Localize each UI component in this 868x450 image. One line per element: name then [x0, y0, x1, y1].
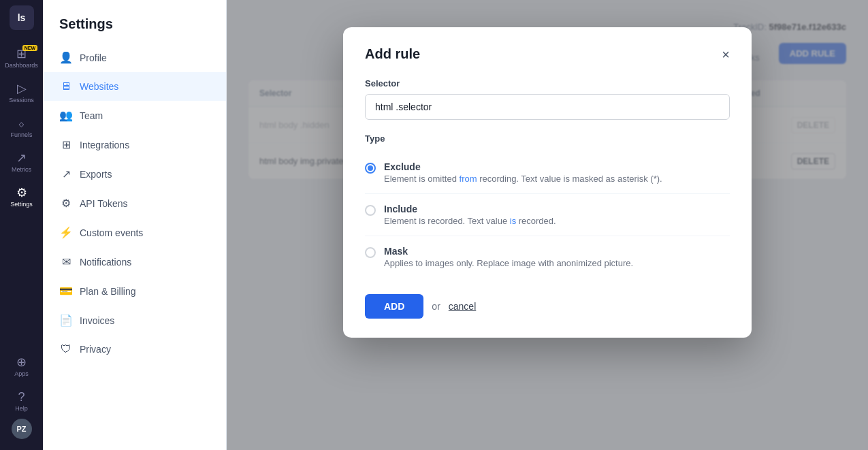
icon-rail: ls NEW ⊞ Dashboards ▷ Sessions ⬦ Funnels… [0, 0, 43, 450]
profile-label: Profile [80, 52, 107, 63]
funnels-label: Funnels [10, 131, 32, 138]
integrations-label: Integrations [80, 140, 129, 150]
sidebar-item-notifications[interactable]: ✉ Notifications [43, 247, 226, 276]
api-tokens-icon: ⚙ [59, 197, 73, 210]
invoices-label: Invoices [80, 315, 114, 326]
radio-include-content: Include Element is recorded. Text value … [384, 204, 556, 226]
or-text: or [432, 301, 440, 312]
plan-billing-icon: 💳 [59, 285, 73, 298]
radio-mask-desc: Applies to images only. Replace image wi… [384, 258, 633, 268]
sidebar-item-team[interactable]: 👥 Team [43, 101, 226, 130]
rail-item-help[interactable]: ? Help [0, 384, 43, 419]
sidebar-item-api-tokens[interactable]: ⚙ API Tokens [43, 189, 226, 218]
rail-item-settings[interactable]: ⚙ Settings [0, 180, 43, 214]
notifications-icon: ✉ [59, 255, 73, 268]
cancel-link[interactable]: cancel [449, 301, 476, 312]
sidebar-item-custom-events[interactable]: ⚡ Custom events [43, 218, 226, 247]
apps-label: Apps [14, 370, 29, 377]
metrics-icon: ↗ [16, 152, 27, 164]
modal-overlay: Add rule × Selector Type Exclude Element… [227, 0, 868, 450]
sidebar-title: Settings [43, 0, 226, 43]
user-avatar[interactable]: PZ [12, 419, 32, 439]
exports-icon: ↗ [59, 167, 73, 180]
help-label: Help [15, 405, 28, 412]
radio-include-label: Include [384, 204, 556, 214]
apps-icon: ⊕ [16, 356, 27, 368]
profile-icon: 👤 [59, 51, 73, 64]
sidebar-item-exports[interactable]: ↗ Exports [43, 159, 226, 189]
settings-sidebar: Settings 👤 Profile 🖥 Websites 👥 Team ⊞ I… [43, 0, 227, 450]
integrations-icon: ⊞ [59, 138, 73, 151]
main-content-area: TrackID: 5f98e71e.f12e633c ext values wi… [227, 0, 868, 450]
rail-item-sessions[interactable]: ▷ Sessions [0, 76, 43, 110]
radio-item-include[interactable]: Include Element is recorded. Text value … [365, 194, 730, 236]
websites-icon: 🖥 [59, 80, 73, 93]
modal-footer: ADD or cancel [365, 294, 730, 319]
sidebar-item-invoices[interactable]: 📄 Invoices [43, 306, 226, 335]
api-tokens-label: API Tokens [80, 198, 128, 209]
websites-label: Websites [80, 81, 118, 92]
custom-events-label: Custom events [80, 227, 143, 238]
custom-events-icon: ⚡ [59, 226, 73, 239]
radio-mask[interactable] [365, 247, 376, 258]
sessions-icon: ▷ [17, 82, 27, 95]
app-logo[interactable]: ls [10, 5, 34, 30]
new-badge: NEW [22, 45, 37, 51]
type-radio-group: Exclude Element is omitted from recordin… [365, 152, 730, 278]
team-icon: 👥 [59, 109, 73, 122]
selector-input[interactable] [365, 94, 730, 120]
sidebar-item-integrations[interactable]: ⊞ Integrations [43, 130, 226, 159]
exports-label: Exports [80, 169, 112, 180]
metrics-label: Metrics [12, 166, 31, 173]
settings-icon: ⚙ [16, 187, 27, 199]
radio-mask-content: Mask Applies to images only. Replace ima… [384, 246, 633, 268]
privacy-icon: 🛡 [59, 343, 73, 355]
invoices-icon: 📄 [59, 314, 73, 327]
funnels-icon: ⬦ [18, 117, 25, 129]
radio-item-exclude[interactable]: Exclude Element is omitted from recordin… [365, 152, 730, 194]
add-button[interactable]: ADD [365, 294, 423, 319]
help-icon: ? [18, 391, 25, 403]
modal-title: Add rule [365, 46, 420, 62]
privacy-label: Privacy [80, 344, 111, 355]
modal-header: Add rule × [365, 46, 730, 62]
radio-exclude-desc: Element is omitted from recording. Text … [384, 174, 662, 184]
plan-billing-label: Plan & Billing [80, 286, 136, 297]
rail-item-dashboards[interactable]: NEW ⊞ Dashboards [0, 41, 43, 76]
settings-label: Settings [10, 201, 33, 208]
team-label: Team [80, 110, 103, 121]
dashboards-label: Dashboards [5, 62, 38, 69]
rail-item-metrics[interactable]: ↗ Metrics [0, 145, 43, 180]
sessions-label: Sessions [9, 97, 34, 103]
radio-exclude-content: Exclude Element is omitted from recordin… [384, 161, 662, 184]
sidebar-item-plan-billing[interactable]: 💳 Plan & Billing [43, 276, 226, 306]
radio-include-desc: Element is recorded. Text value is recor… [384, 216, 556, 226]
radio-item-mask[interactable]: Mask Applies to images only. Replace ima… [365, 236, 730, 278]
type-label: Type [365, 133, 730, 144]
sidebar-item-privacy[interactable]: 🛡 Privacy [43, 335, 226, 364]
selector-label: Selector [365, 78, 730, 89]
radio-include[interactable] [365, 205, 376, 216]
sidebar-item-profile[interactable]: 👤 Profile [43, 43, 226, 72]
add-rule-modal: Add rule × Selector Type Exclude Element… [343, 27, 752, 338]
rail-item-apps[interactable]: ⊕ Apps [0, 349, 43, 384]
sidebar-item-websites[interactable]: 🖥 Websites [43, 72, 226, 101]
modal-close-button[interactable]: × [722, 48, 730, 61]
radio-exclude-label: Exclude [384, 161, 662, 172]
notifications-label: Notifications [80, 257, 131, 268]
radio-exclude[interactable] [365, 163, 376, 174]
radio-mask-label: Mask [384, 246, 633, 257]
rail-item-funnels[interactable]: ⬦ Funnels [0, 110, 43, 145]
